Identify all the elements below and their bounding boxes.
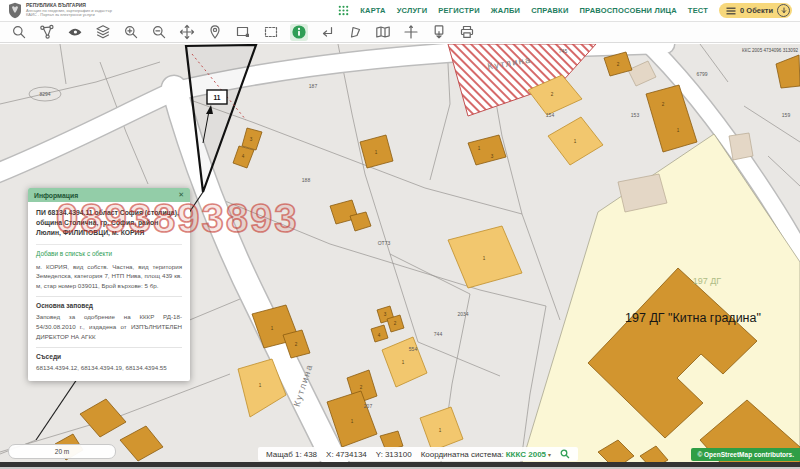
info-popup-body: ПИ 68134.4394.11 област София (столица),… [28,202,190,381]
building-number: 1 [271,326,274,331]
location-pin-icon [207,24,223,40]
building-number: 1 [402,360,405,365]
scale-label: Мащаб 1: [266,450,302,459]
parcel-number: 159 [782,112,791,118]
add-to-objects-link[interactable]: Добави в списък с обекти [36,250,182,257]
measure-cross-icon [403,24,419,40]
tool-previous-extent[interactable] [318,24,336,41]
info-popup: Информация ✕ ПИ 68134.4394.11 област Соф… [28,188,190,381]
status-bar: Мащаб 1: 438 X: 4734134 Y: 313100 Коорди… [258,447,578,461]
building-number: 1 [478,146,481,151]
tool-map-sheets[interactable] [374,24,392,41]
nav-test[interactable]: ТЕСТ [688,6,708,15]
neighbors-heading: Съседи [36,347,182,360]
building-number: 1 [574,139,577,144]
main-nav: КАРТА УСЛУГИ РЕГИСТРИ ЖАЛБИ СПРАВКИ ПРАВ… [338,3,792,18]
polygon-icon [347,24,363,40]
survey-point-label: ОТ73 [378,240,391,246]
tool-select-rectangle[interactable] [234,24,252,41]
dashed-rectangle-icon [263,24,279,40]
brand: РЕПУБЛИКА БЪЛГАРИЯ Агенция по геодезия, … [8,2,112,19]
export-document-icon [431,24,447,40]
corner-coordinate-readout: ККС 2005 4734096 313092 [742,48,798,53]
parcel-number: 6799 [696,71,707,77]
nav-pravosposobni-litsa[interactable]: ПРАВОСПОСОБНИ ЛИЦА [580,6,677,15]
info-icon [291,24,307,40]
tool-layers-tree[interactable] [38,24,56,41]
base-map-eye-icon [67,24,83,40]
nav-karta[interactable]: КАРТА [360,6,385,15]
parcel-description: м. КОРИЯ, вид собств. Частна, вид терито… [36,262,182,291]
nav-uslugi[interactable]: УСЛУГИ [397,6,428,15]
coordinate-search-icon[interactable] [560,449,570,459]
neighbors-list: 68134.4394.12, 68134.4394.19, 68134.4394… [36,363,182,373]
parcel-title: ПИ 68134.4394.11 област София (столица),… [36,208,182,245]
corner-arrow-icon [319,24,335,40]
building-number: 3 [250,137,253,142]
parcel-number: 207 [364,403,373,409]
order-text: Заповед за одобрение на КККР РД-18-54/30… [36,312,182,341]
osm-attribution[interactable]: © OpenStreetMap contributors. [691,448,800,461]
download-objects-button[interactable] [777,4,790,17]
scale-bar: 20 m [8,444,116,459]
kindergarten-label-faint: 197 ДГ [693,276,722,286]
tool-pan[interactable] [178,24,196,41]
parcel-number: 2034 [457,311,468,317]
tool-zoom-out[interactable] [150,24,168,41]
objects-button[interactable]: 0 Обекти [719,3,792,18]
x-label: X: [326,450,334,459]
crs-selector[interactable]: Координатна система: КККС 2005 ▾ [421,450,551,459]
crs-value: КККС 2005 [506,450,546,459]
building-number: 4 [242,154,245,159]
crs-label: Координатна система: [421,450,504,459]
tool-measure[interactable] [402,24,420,41]
tool-select-polygon[interactable] [346,24,364,41]
info-popup-title: Информация [34,192,78,199]
building-number: 2 [617,62,620,67]
tool-locate[interactable] [206,24,224,41]
parcel-number-ellipse: 8294 [39,91,50,97]
tool-export[interactable] [430,24,448,41]
tool-zoom-in[interactable] [122,24,140,41]
building-number: 3 [384,312,387,317]
parcel-number: 187 [309,83,318,89]
layers-tree-icon [39,24,55,40]
apps-grid-icon[interactable] [338,5,349,16]
tool-print[interactable] [458,24,476,41]
tool-base-map[interactable] [66,24,84,41]
building-number: 4 [378,333,381,338]
tool-info[interactable] [290,24,308,41]
building-number: 1 [259,383,262,388]
callout-label: 11 [214,94,221,101]
coat-of-arms-logo [8,2,22,19]
objects-count-label: 0 Обекти [740,6,773,15]
y-label: Y: [376,450,383,459]
info-popup-header[interactable]: Информация ✕ [28,188,190,202]
close-icon[interactable]: ✕ [178,191,184,199]
nav-spravki[interactable]: СПРАВКИ [531,6,568,15]
map-scale: Мащаб 1: 438 [266,450,317,459]
layers-icon [95,24,111,40]
street-number: 745 [559,48,568,54]
map-sheets-icon [375,24,391,40]
cursor-y: Y: 313100 [376,450,412,459]
pan-icon [179,24,195,40]
nav-registri[interactable]: РЕГИСТРИ [438,6,479,15]
y-value: 313100 [385,450,412,459]
kindergarten-label: 197 ДГ "Китна градина" [625,311,761,325]
parcel-number: 154 [546,112,555,118]
osm-attribution-text: © OpenStreetMap contributors. [697,451,794,458]
nav-zhalbi[interactable]: ЖАЛБИ [491,6,520,15]
building-number: 1 [483,256,486,261]
building-number: 2 [295,342,298,347]
tool-layers[interactable] [94,24,112,41]
printer-icon [459,24,475,40]
zoom-in-icon [123,24,139,40]
building-number: 2 [662,102,665,107]
tool-select-extent[interactable] [262,24,280,41]
building-number: 1 [375,150,378,155]
tool-search[interactable] [10,24,28,41]
app-header: РЕПУБЛИКА БЪЛГАРИЯ Агенция по геодезия, … [0,0,800,22]
parcel-number: 188 [302,177,311,183]
scale-bar-label: 20 m [55,448,69,455]
